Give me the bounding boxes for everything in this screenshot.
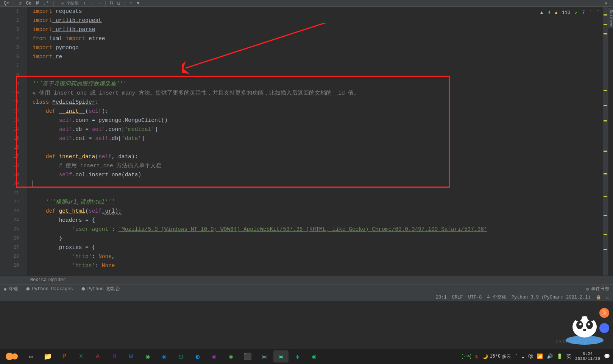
- select-all-icon[interactable]: ⊓: [110, 0, 113, 6]
- app-access[interactable]: A: [90, 350, 105, 362]
- code-token: 'https': [72, 263, 95, 269]
- lock-icon[interactable]: 🔒: [596, 295, 601, 300]
- app-browser1[interactable]: ◉: [140, 350, 155, 362]
- app-excel[interactable]: X: [73, 350, 89, 362]
- filter-icon[interactable]: ▼: [137, 1, 139, 6]
- app-generic1[interactable]: ◯: [173, 350, 189, 362]
- code-token: def: [46, 154, 59, 160]
- app-pycharm[interactable]: ▣: [273, 350, 289, 362]
- code-token: from: [33, 36, 46, 42]
- file-encoding[interactable]: UTF-8: [468, 295, 482, 300]
- app-generic5[interactable]: ▣: [257, 350, 272, 362]
- code-token: :: [95, 263, 101, 269]
- code-token: import: [33, 8, 52, 14]
- tab-event-log[interactable]: ◷事件日志: [586, 286, 609, 292]
- clock[interactable]: 0:24 2023/11/29: [575, 352, 600, 361]
- match-case-button[interactable]: Cc: [26, 1, 31, 6]
- tool-window-tabs: ▣终端 ⬢Python Packages ⬢Python 控制台 ◷事件日志: [0, 285, 613, 293]
- svg-point-6: [587, 314, 595, 321]
- add-selection-icon[interactable]: ⊔: [117, 0, 120, 6]
- app-explorer[interactable]: 📁: [40, 350, 55, 362]
- code-token: urllib.request: [52, 17, 102, 23]
- up-arrow-icon[interactable]: ↑: [83, 1, 86, 6]
- code-token: ]: [154, 126, 158, 132]
- tray-volume-icon[interactable]: 🔊: [547, 353, 553, 359]
- code-token: ,: [112, 254, 115, 260]
- code-token: self: [59, 117, 72, 123]
- python-interpreter[interactable]: Python 3.9 (PyCharm 2021.2.1): [512, 295, 591, 300]
- code-token: .db[: [108, 135, 122, 142]
- task-view-button[interactable]: ▭: [23, 350, 39, 362]
- close-icon[interactable]: ✕: [605, 0, 609, 6]
- cursor-position[interactable]: 20:1: [436, 295, 447, 300]
- windows-taskbar: ▭ 📁 P X A N W ◉ ◉ ◯ ◐ ◉ ◉ ⬛ ▣ ▣ ❋ ◉ 96% …: [0, 349, 613, 364]
- desktop-pet[interactable]: 英: [564, 304, 609, 346]
- find-toolbar: Q▾ ↺ Cc W .* 0 个结果 ↑ ↓ ▭ ⊓ ⊔ ≡ ▼ ✕: [0, 0, 613, 7]
- words-button[interactable]: W: [36, 1, 39, 6]
- code-token: # 使用 insert_one 或 insert_many 方法。提供了更多的灵…: [33, 90, 359, 96]
- code-token: }: [59, 235, 62, 241]
- code-token: :: [112, 226, 118, 232]
- app-wechat[interactable]: ◉: [307, 350, 322, 362]
- code-token: self: [92, 126, 105, 132]
- tray-bluetooth-icon[interactable]: ⓑ: [528, 353, 533, 360]
- ide-menu-icon[interactable]: ⬚: [607, 294, 609, 300]
- app-generic2[interactable]: ◐: [190, 350, 205, 362]
- tray-notification-icon[interactable]: ①: [475, 354, 479, 359]
- tray-onedrive-icon[interactable]: ☁: [521, 353, 524, 359]
- code-token: None: [102, 263, 115, 269]
- weather-desc: 多云: [502, 353, 511, 360]
- code-token: None: [98, 254, 112, 260]
- error-stripe[interactable]: [603, 7, 608, 275]
- python-icon: ⬢: [81, 286, 85, 291]
- code-token: proxies = {: [59, 244, 95, 250]
- code-token: 'data': [122, 135, 141, 142]
- tab-python-packages[interactable]: ⬢Python Packages: [26, 286, 73, 292]
- code-token: class: [33, 99, 49, 105]
- tab-label: 终端: [9, 286, 18, 292]
- code-area[interactable]: import requests import urllib.request im…: [27, 7, 613, 275]
- pet-bubble-2[interactable]: [599, 323, 609, 333]
- notification-center-icon[interactable]: 💬: [604, 353, 610, 359]
- app-generic6[interactable]: ❋: [290, 350, 305, 362]
- tab-label: Python 控制台: [87, 286, 120, 292]
- newtab-icon[interactable]: ▭: [98, 0, 100, 6]
- app-powerpoint[interactable]: P: [57, 350, 72, 362]
- app-word[interactable]: W: [123, 350, 139, 362]
- app-edge[interactable]: ◉: [157, 350, 172, 362]
- editor[interactable]: 1234 5678 9101112 13141516 17181920 2122…: [0, 7, 613, 275]
- battery-indicator[interactable]: 96%: [462, 354, 471, 359]
- settings-icon[interactable]: ≡: [129, 1, 132, 6]
- app-generic4[interactable]: ◉: [223, 350, 239, 362]
- search-icon[interactable]: Q▾: [4, 0, 9, 6]
- tab-terminal[interactable]: ▣终端: [4, 286, 18, 292]
- tray-wifi-icon[interactable]: 📶: [537, 353, 543, 359]
- code-token: .col.insert_one(data): [72, 172, 141, 178]
- app-generic3[interactable]: ◉: [207, 350, 222, 362]
- code-token: etree: [85, 36, 105, 42]
- pet-bubble-1[interactable]: 英: [599, 308, 609, 318]
- svg-point-11: [583, 329, 586, 331]
- code-token: requests: [52, 8, 82, 14]
- tray-chevron-up-icon[interactable]: ˄: [515, 353, 518, 359]
- code-token: 'http': [72, 254, 92, 260]
- code-token: ,url):: [102, 208, 122, 214]
- code-token: pymongo: [52, 45, 79, 51]
- tab-python-console[interactable]: ⬢Python 控制台: [81, 286, 120, 292]
- app-onenote[interactable]: N: [107, 350, 122, 362]
- breadcrumb[interactable]: MedicalSpider: [0, 275, 613, 285]
- code-token: self: [89, 108, 102, 114]
- down-arrow-icon[interactable]: ↓: [90, 1, 93, 6]
- regex-button[interactable]: .*: [43, 1, 48, 6]
- tray-ime-icon[interactable]: 英: [566, 353, 571, 360]
- start-button[interactable]: [3, 350, 22, 363]
- indent-settings[interactable]: 4 个空格: [487, 294, 506, 300]
- code-token: 'user-agent': [72, 226, 111, 232]
- app-vscode[interactable]: ⬛: [240, 350, 255, 362]
- prev-match-icon[interactable]: ↺: [19, 0, 21, 6]
- code-token: self: [59, 126, 72, 132]
- line-separator[interactable]: CRLF: [452, 295, 463, 300]
- weather-widget[interactable]: 🌙 15°C 多云: [482, 353, 511, 360]
- tray-battery-icon[interactable]: 🔋: [557, 353, 563, 359]
- code-token: import: [33, 17, 52, 23]
